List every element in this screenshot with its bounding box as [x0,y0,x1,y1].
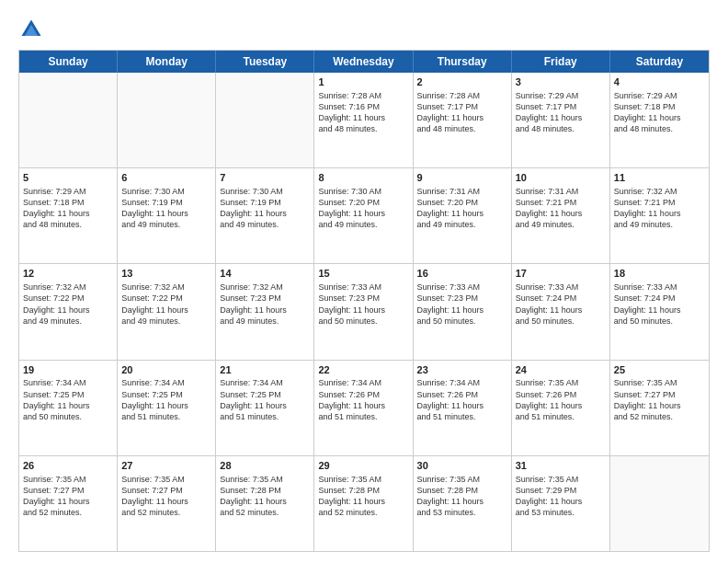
day-number: 27 [121,459,211,473]
day-info: Sunrise: 7:35 AM Sunset: 7:27 PM Dayligh… [23,474,113,519]
calendar-week: 12Sunrise: 7:32 AM Sunset: 7:22 PM Dayli… [19,264,709,360]
day-info: Sunrise: 7:34 AM Sunset: 7:25 PM Dayligh… [121,377,211,422]
calendar-day-cell: 5Sunrise: 7:29 AM Sunset: 7:18 PM Daylig… [19,168,118,263]
day-number: 9 [417,171,507,185]
logo-icon [18,17,44,42]
calendar-header-cell: Saturday [610,51,709,73]
calendar-day-cell: 4Sunrise: 7:29 AM Sunset: 7:18 PM Daylig… [610,73,709,167]
calendar-header-cell: Thursday [414,51,512,73]
day-info: Sunrise: 7:34 AM Sunset: 7:26 PM Dayligh… [318,377,408,422]
calendar-day-cell: 13Sunrise: 7:32 AM Sunset: 7:22 PM Dayli… [118,264,216,359]
day-info: Sunrise: 7:35 AM Sunset: 7:28 PM Dayligh… [417,474,507,519]
day-info: Sunrise: 7:29 AM Sunset: 7:17 PM Dayligh… [516,90,606,135]
calendar-header-cell: Friday [512,51,610,73]
calendar-day-cell: 2Sunrise: 7:28 AM Sunset: 7:17 PM Daylig… [414,73,512,167]
day-number: 28 [220,459,310,473]
calendar-empty-cell [216,73,314,167]
calendar-day-cell: 17Sunrise: 7:33 AM Sunset: 7:24 PM Dayli… [512,264,610,359]
day-number: 2 [417,75,507,89]
day-number: 26 [23,459,113,473]
calendar-day-cell: 24Sunrise: 7:35 AM Sunset: 7:26 PM Dayli… [512,361,610,455]
calendar-day-cell: 29Sunrise: 7:35 AM Sunset: 7:28 PM Dayli… [314,456,413,551]
day-number: 24 [516,363,606,377]
day-info: Sunrise: 7:30 AM Sunset: 7:20 PM Dayligh… [318,186,408,231]
calendar-day-cell: 3Sunrise: 7:29 AM Sunset: 7:17 PM Daylig… [512,73,610,167]
calendar-day-cell: 30Sunrise: 7:35 AM Sunset: 7:28 PM Dayli… [414,456,512,551]
calendar-header: SundayMondayTuesdayWednesdayThursdayFrid… [19,51,709,73]
day-info: Sunrise: 7:35 AM Sunset: 7:29 PM Dayligh… [516,474,606,519]
day-number: 14 [220,267,310,281]
day-number: 16 [417,267,507,281]
day-number: 25 [614,363,705,377]
calendar-day-cell: 16Sunrise: 7:33 AM Sunset: 7:23 PM Dayli… [414,264,512,359]
calendar-header-cell: Wednesday [314,51,413,73]
calendar-week: 1Sunrise: 7:28 AM Sunset: 7:16 PM Daylig… [19,73,709,168]
calendar-day-cell: 19Sunrise: 7:34 AM Sunset: 7:25 PM Dayli… [19,361,118,455]
day-info: Sunrise: 7:31 AM Sunset: 7:21 PM Dayligh… [516,186,606,231]
calendar-empty-cell [118,73,216,167]
calendar-day-cell: 22Sunrise: 7:34 AM Sunset: 7:26 PM Dayli… [314,361,413,455]
day-number: 6 [121,171,211,185]
day-number: 10 [516,171,606,185]
calendar-day-cell: 12Sunrise: 7:32 AM Sunset: 7:22 PM Dayli… [19,264,118,359]
day-number: 17 [516,267,606,281]
day-info: Sunrise: 7:29 AM Sunset: 7:18 PM Dayligh… [23,186,113,231]
day-number: 1 [318,75,408,89]
calendar-header-cell: Monday [118,51,216,73]
day-number: 19 [23,363,113,377]
day-info: Sunrise: 7:33 AM Sunset: 7:23 PM Dayligh… [318,282,408,327]
calendar-header-cell: Sunday [19,51,118,73]
day-info: Sunrise: 7:33 AM Sunset: 7:24 PM Dayligh… [614,282,705,327]
day-number: 29 [318,459,408,473]
logo [18,17,48,42]
day-info: Sunrise: 7:29 AM Sunset: 7:18 PM Dayligh… [614,90,705,135]
calendar-empty-cell [19,73,118,167]
calendar-day-cell: 7Sunrise: 7:30 AM Sunset: 7:19 PM Daylig… [216,168,314,263]
calendar-day-cell: 23Sunrise: 7:34 AM Sunset: 7:26 PM Dayli… [414,361,512,455]
day-info: Sunrise: 7:30 AM Sunset: 7:19 PM Dayligh… [220,186,310,231]
calendar-day-cell: 10Sunrise: 7:31 AM Sunset: 7:21 PM Dayli… [512,168,610,263]
day-info: Sunrise: 7:35 AM Sunset: 7:28 PM Dayligh… [220,474,310,519]
calendar-day-cell: 27Sunrise: 7:35 AM Sunset: 7:27 PM Dayli… [118,456,216,551]
calendar-day-cell: 6Sunrise: 7:30 AM Sunset: 7:19 PM Daylig… [118,168,216,263]
day-number: 15 [318,267,408,281]
calendar-day-cell: 20Sunrise: 7:34 AM Sunset: 7:25 PM Dayli… [118,361,216,455]
calendar-day-cell: 15Sunrise: 7:33 AM Sunset: 7:23 PM Dayli… [314,264,413,359]
calendar-week: 19Sunrise: 7:34 AM Sunset: 7:25 PM Dayli… [19,361,709,456]
day-number: 11 [614,171,705,185]
calendar-header-cell: Tuesday [216,51,314,73]
calendar-day-cell: 9Sunrise: 7:31 AM Sunset: 7:20 PM Daylig… [414,168,512,263]
calendar: SundayMondayTuesdayWednesdayThursdayFrid… [18,50,710,552]
day-info: Sunrise: 7:34 AM Sunset: 7:26 PM Dayligh… [417,377,507,422]
calendar-day-cell: 14Sunrise: 7:32 AM Sunset: 7:23 PM Dayli… [216,264,314,359]
page: SundayMondayTuesdayWednesdayThursdayFrid… [0,0,728,563]
calendar-day-cell: 28Sunrise: 7:35 AM Sunset: 7:28 PM Dayli… [216,456,314,551]
day-info: Sunrise: 7:35 AM Sunset: 7:26 PM Dayligh… [516,377,606,422]
day-info: Sunrise: 7:31 AM Sunset: 7:20 PM Dayligh… [417,186,507,231]
day-number: 13 [121,267,211,281]
calendar-empty-cell [610,456,709,551]
day-info: Sunrise: 7:32 AM Sunset: 7:22 PM Dayligh… [121,282,211,327]
day-info: Sunrise: 7:35 AM Sunset: 7:28 PM Dayligh… [318,474,408,519]
day-number: 5 [23,171,113,185]
calendar-week: 26Sunrise: 7:35 AM Sunset: 7:27 PM Dayli… [19,456,709,551]
day-number: 18 [614,267,705,281]
day-info: Sunrise: 7:30 AM Sunset: 7:19 PM Dayligh… [121,186,211,231]
day-info: Sunrise: 7:32 AM Sunset: 7:23 PM Dayligh… [220,282,310,327]
calendar-week: 5Sunrise: 7:29 AM Sunset: 7:18 PM Daylig… [19,168,709,264]
day-info: Sunrise: 7:28 AM Sunset: 7:16 PM Dayligh… [318,90,408,135]
day-info: Sunrise: 7:33 AM Sunset: 7:23 PM Dayligh… [417,282,507,327]
calendar-day-cell: 26Sunrise: 7:35 AM Sunset: 7:27 PM Dayli… [19,456,118,551]
day-info: Sunrise: 7:32 AM Sunset: 7:22 PM Dayligh… [23,282,113,327]
day-info: Sunrise: 7:35 AM Sunset: 7:27 PM Dayligh… [614,377,705,422]
day-number: 3 [516,75,606,89]
calendar-day-cell: 1Sunrise: 7:28 AM Sunset: 7:16 PM Daylig… [314,73,413,167]
day-number: 7 [220,171,310,185]
day-number: 22 [318,363,408,377]
day-number: 31 [516,459,606,473]
day-number: 23 [417,363,507,377]
day-number: 8 [318,171,408,185]
calendar-day-cell: 8Sunrise: 7:30 AM Sunset: 7:20 PM Daylig… [314,168,413,263]
day-number: 20 [121,363,211,377]
header [18,17,710,42]
